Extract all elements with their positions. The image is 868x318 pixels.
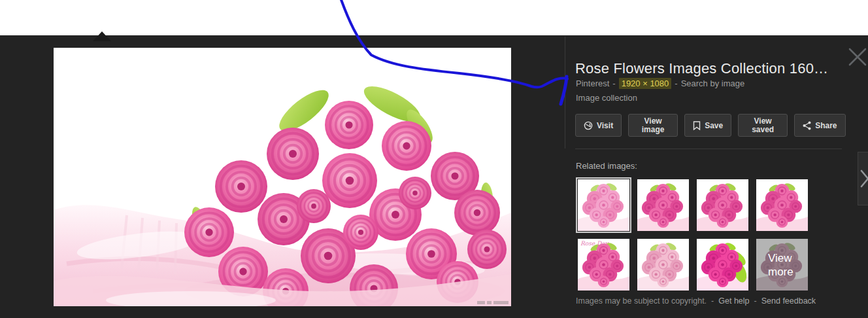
save-label: Save <box>705 121 723 130</box>
action-buttons: Visit View image Save View saved Share <box>575 114 846 137</box>
rose-bouquet-image <box>54 48 511 306</box>
source-name: Pinterest <box>576 79 609 88</box>
separator: - <box>711 296 714 306</box>
bookmark-icon <box>693 121 701 130</box>
view-image-label: View image <box>639 117 667 134</box>
globe-icon <box>584 121 593 130</box>
close-icon <box>847 46 868 67</box>
google-images-preview: Rose Flowers Images Collection 160… Pint… <box>0 0 868 318</box>
preview-image[interactable] <box>54 48 511 306</box>
related-image-thumbnail[interactable] <box>756 179 808 231</box>
related-image-thumbnail[interactable]: Rose Day <box>578 239 629 291</box>
share-icon <box>803 121 811 130</box>
related-images-label: Related images: <box>576 161 637 171</box>
share-label: Share <box>815 121 837 130</box>
chevron-right-icon <box>858 166 868 192</box>
view-saved-label: View saved <box>749 117 776 134</box>
image-dimensions-badge: 1920 × 1080 <box>619 78 672 89</box>
rose-day-caption: Rose Day <box>580 240 609 247</box>
preview-panel-notch <box>93 31 111 41</box>
separator: - <box>612 79 615 88</box>
page-background <box>0 0 868 35</box>
visit-button[interactable]: Visit <box>575 114 622 137</box>
get-help-link[interactable]: Get help <box>718 296 749 306</box>
view-saved-button[interactable]: View saved <box>738 114 788 137</box>
share-button[interactable]: Share <box>794 114 845 137</box>
save-button[interactable]: Save <box>684 114 731 137</box>
close-button[interactable] <box>847 46 868 67</box>
separator: - <box>675 79 677 88</box>
copyright-footer: Images may be subject to copyright.-Get … <box>576 296 816 306</box>
result-meta: Pinterest-1920 × 1080-Search by image <box>576 79 744 88</box>
detail-left-border <box>565 37 565 149</box>
next-image-button[interactable] <box>858 152 868 205</box>
related-image-thumbnail[interactable] <box>578 179 629 231</box>
view-image-button[interactable]: View image <box>628 114 678 137</box>
view-more-thumbnail[interactable]: View more <box>756 239 808 291</box>
related-image-thumbnail[interactable] <box>697 239 748 291</box>
separator: - <box>754 296 757 306</box>
related-image-thumbnail[interactable] <box>697 179 748 231</box>
result-title[interactable]: Rose Flowers Images Collection 160… <box>575 60 842 77</box>
collection-note: Image collection <box>576 93 637 103</box>
section-divider <box>575 149 842 149</box>
related-image-thumbnail[interactable] <box>637 179 689 231</box>
related-images-grid: Rose DayView more <box>578 179 808 291</box>
visit-label: Visit <box>597 121 613 130</box>
copyright-text: Images may be subject to copyright. <box>576 296 707 306</box>
view-more-label: View more <box>768 251 808 279</box>
related-image-thumbnail[interactable] <box>637 239 689 291</box>
watermark <box>477 301 509 304</box>
search-by-image-link[interactable]: Search by image <box>681 79 745 88</box>
send-feedback-link[interactable]: Send feedback <box>761 296 816 306</box>
